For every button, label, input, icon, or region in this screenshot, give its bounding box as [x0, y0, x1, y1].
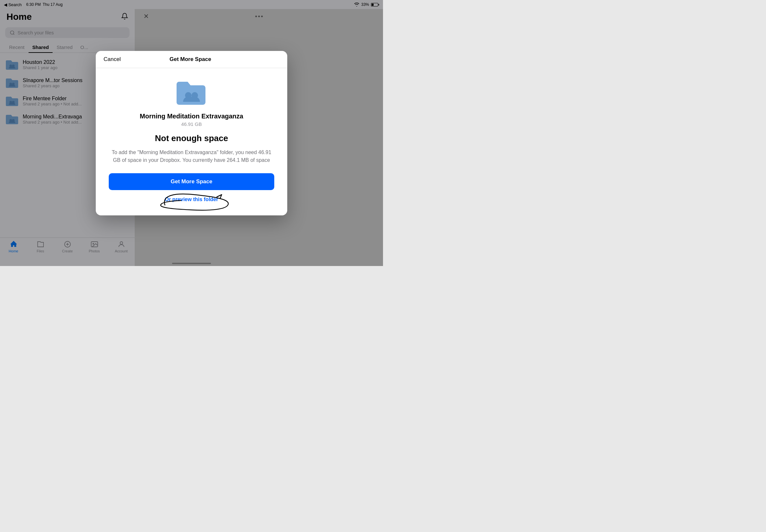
modal-error-title: Not enough space	[155, 133, 228, 143]
preview-link-wrap: Or preview this folder	[165, 197, 218, 202]
cancel-button[interactable]: Cancel	[103, 56, 121, 63]
modal-folder-name: Morning Meditation Extravaganza	[140, 113, 243, 120]
modal-body: Morning Meditation Extravaganza 46.91 GB…	[96, 68, 287, 215]
modal-header: Cancel Get More Space	[96, 51, 287, 68]
modal-overlay: Cancel Get More Space Morning Meditation…	[0, 0, 383, 266]
modal-description: To add the "Morning Meditation Extravaga…	[109, 149, 274, 164]
modal-folder-size: 46.91 GB	[181, 121, 201, 127]
modal-title: Get More Space	[169, 56, 211, 63]
modal-folder-icon	[175, 79, 208, 106]
modal: Cancel Get More Space Morning Meditation…	[96, 51, 287, 215]
get-more-space-button[interactable]: Get More Space	[109, 173, 274, 190]
preview-link[interactable]: Or preview this folder	[165, 197, 218, 202]
